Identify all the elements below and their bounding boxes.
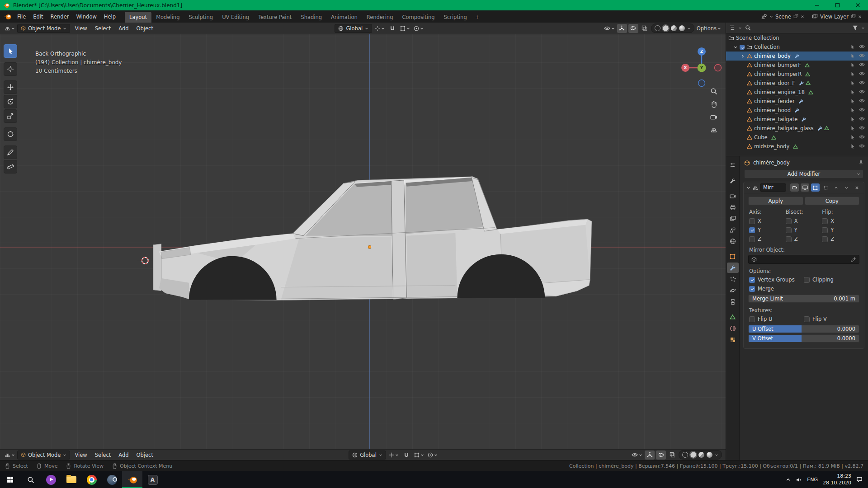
eye-icon[interactable] — [859, 99, 865, 103]
props-tab-output[interactable] — [727, 202, 739, 212]
move-up-button[interactable] — [832, 183, 840, 192]
breadcrumb-object-name[interactable]: chimère_body — [753, 160, 790, 166]
pointer-icon[interactable] — [850, 144, 855, 149]
workspace-tab-texture-paint[interactable]: Texture Paint — [254, 12, 296, 23]
display-render-toggle[interactable] — [790, 183, 799, 192]
props-tab-material[interactable] — [727, 323, 739, 333]
expand-arrow-icon[interactable] — [741, 54, 745, 58]
outliner-item-chimere-bumperr[interactable]: chimère_bumperR — [726, 70, 868, 79]
clipping-checkbox[interactable] — [804, 277, 810, 283]
flip-z-checkbox[interactable] — [822, 236, 828, 242]
properties-editor-button[interactable] — [727, 160, 739, 170]
apply-button[interactable]: Apply — [748, 197, 803, 205]
chevron-down-icon[interactable] — [715, 453, 718, 457]
viewport-3d[interactable]: Z X Y Back Orthographic (194) Collection… — [0, 34, 726, 449]
taskbar-search-button[interactable] — [20, 471, 41, 488]
new-scene-icon[interactable] — [793, 14, 798, 19]
workspace-tab-uv-editing[interactable]: UV Editing — [217, 12, 254, 23]
shading-material-button[interactable] — [698, 452, 704, 458]
editor-type-button[interactable] — [4, 24, 16, 33]
menu-render[interactable]: Render — [47, 12, 73, 22]
outliner-item-chimere-bumperf[interactable]: chimère_bumperF — [726, 61, 868, 70]
zoom-icon[interactable] — [710, 88, 717, 95]
workspace-tab-shading[interactable]: Shading — [296, 12, 326, 23]
outliner-item-chimere-tailgate-glass[interactable]: chimère_tailgate_glass — [726, 124, 868, 133]
vertex-groups-checkbox[interactable] — [749, 277, 755, 283]
u-offset-slider[interactable]: U Offset 0.0000 — [748, 325, 859, 333]
eye-icon[interactable] — [859, 53, 865, 58]
taskbar-app-a[interactable]: A — [142, 471, 163, 488]
select-tool-button[interactable] — [4, 44, 17, 58]
props-tab-physics[interactable] — [727, 285, 739, 296]
gizmo-axis-negz[interactable] — [698, 80, 705, 86]
props-tab-tool[interactable] — [727, 175, 739, 186]
taskbar-app-media[interactable] — [41, 471, 61, 488]
menu-select[interactable]: Select — [92, 450, 114, 460]
shading-wireframe-button[interactable] — [682, 452, 688, 458]
props-tab-texture[interactable] — [727, 334, 739, 345]
pointer-icon[interactable] — [850, 44, 855, 50]
expand-arrow-icon[interactable] — [733, 45, 738, 49]
pointer-icon[interactable] — [850, 62, 855, 68]
xray-toggle[interactable] — [667, 450, 677, 460]
language-indicator[interactable]: ENG — [807, 477, 818, 483]
mirror-object-field[interactable] — [748, 255, 859, 264]
props-tab-constraints[interactable] — [727, 296, 739, 307]
menu-window[interactable]: Window — [72, 12, 100, 22]
bisect-x-checkbox[interactable] — [786, 218, 792, 224]
eye-icon[interactable] — [859, 135, 865, 139]
flip-y-checkbox[interactable] — [822, 227, 828, 233]
scale-tool-button[interactable] — [4, 109, 17, 123]
bisect-y-checkbox[interactable] — [786, 227, 792, 233]
blender-menu-icon[interactable] — [4, 13, 12, 21]
taskbar-app-chrome[interactable] — [81, 471, 102, 488]
props-tab-object[interactable] — [727, 251, 739, 262]
outliner-editor-icon[interactable] — [729, 25, 735, 31]
cursor-tool-button[interactable] — [4, 62, 17, 76]
shading-rendered-button[interactable] — [679, 25, 685, 31]
add-modifier-button[interactable]: Add Modifier — [744, 169, 863, 178]
axis-y-checkbox[interactable] — [749, 227, 755, 233]
pointer-icon[interactable] — [850, 89, 855, 95]
pan-hand-icon[interactable] — [710, 101, 717, 108]
annotate-tool-button[interactable] — [4, 145, 17, 159]
eye-icon[interactable] — [859, 144, 865, 148]
overlays-toggle[interactable] — [628, 24, 638, 33]
action-center-icon[interactable] — [856, 477, 863, 483]
move-down-button[interactable] — [842, 183, 851, 192]
orientation-dropdown[interactable]: Global — [349, 450, 386, 460]
options-dropdown[interactable]: Options — [696, 24, 722, 33]
shading-material-button[interactable] — [671, 25, 677, 31]
shading-solid-button[interactable] — [690, 452, 696, 458]
shading-wireframe-button[interactable] — [655, 25, 660, 31]
workspace-tab-layout[interactable]: Layout — [125, 12, 151, 23]
pointer-icon[interactable] — [850, 71, 855, 77]
props-tab-object-data[interactable] — [727, 312, 739, 322]
close-icon[interactable] — [858, 15, 862, 19]
ortho-grid-icon[interactable] — [710, 126, 717, 133]
transform-tool-button[interactable] — [4, 127, 17, 141]
collection-checkbox[interactable] — [740, 45, 745, 50]
merge-limit-slider[interactable]: Merge Limit 0.001 m — [748, 295, 859, 303]
close-button[interactable] — [848, 0, 868, 10]
eye-icon[interactable] — [859, 117, 865, 121]
navigation-gizmo[interactable]: Z X Y — [681, 47, 721, 86]
add-workspace-button[interactable]: + — [472, 12, 483, 23]
pointer-icon[interactable] — [850, 135, 855, 140]
speaker-icon[interactable] — [796, 477, 802, 483]
search-icon[interactable] — [745, 25, 751, 31]
measure-tool-button[interactable] — [4, 160, 17, 174]
delete-modifier-button[interactable] — [853, 183, 861, 192]
outliner-item-chimere-door-f[interactable]: chimère_door_F — [726, 79, 868, 88]
props-tab-modifiers[interactable] — [727, 263, 739, 273]
shading-rendered-button[interactable] — [707, 452, 712, 458]
pointer-icon[interactable] — [850, 126, 855, 131]
menu-add[interactable]: Add — [115, 24, 132, 33]
scene-collection-row[interactable]: Scene Collection — [726, 33, 868, 42]
eye-icon[interactable] — [859, 44, 865, 49]
menu-help[interactable]: Help — [100, 12, 119, 22]
display-realtime-toggle[interactable] — [801, 183, 809, 192]
3d-cursor[interactable] — [138, 253, 152, 268]
outliner-item-chimere-hood[interactable]: chimère_hood — [726, 106, 868, 115]
snap-dropdown[interactable] — [413, 450, 425, 460]
